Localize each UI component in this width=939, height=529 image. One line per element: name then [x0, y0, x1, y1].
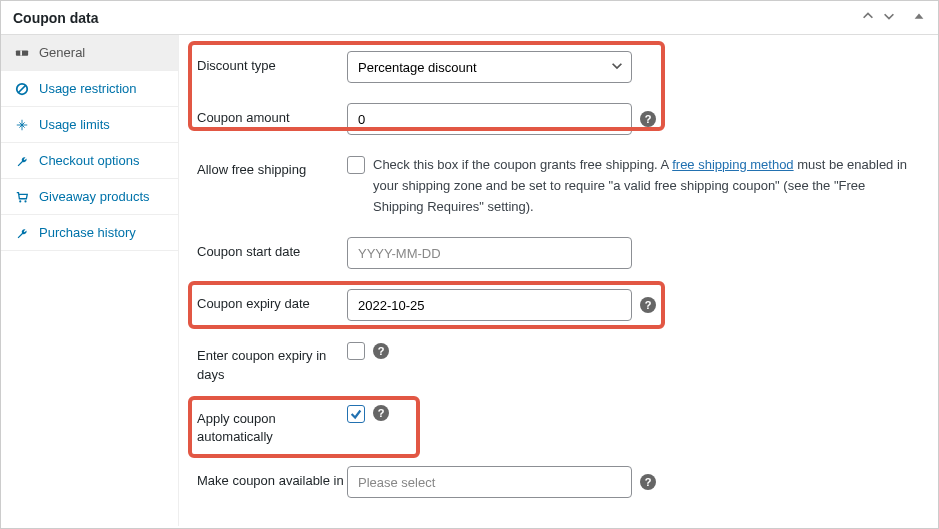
svg-point-5 [24, 200, 26, 202]
discount-type-select[interactable] [347, 51, 632, 83]
expiry-date-input[interactable] [347, 289, 632, 321]
wrench-icon [15, 154, 29, 168]
panel-header: Coupon data [1, 1, 938, 35]
coupon-amount-input[interactable] [347, 103, 632, 135]
expiry-date-label: Coupon expiry date [197, 289, 347, 313]
panel-header-controls [857, 9, 926, 26]
free-shipping-method-link[interactable]: free shipping method [672, 157, 793, 172]
auto-apply-checkbox[interactable] [347, 405, 365, 423]
expiry-days-checkbox[interactable] [347, 342, 365, 360]
sliders-icon [15, 118, 29, 132]
expiry-days-label: Enter coupon expiry in days [197, 341, 347, 383]
move-down-icon[interactable] [882, 9, 896, 23]
collapse-icon[interactable] [912, 9, 926, 23]
row-expiry-days: Enter coupon expiry in days ? [197, 341, 918, 383]
sidebar-item-label: General [39, 45, 85, 60]
row-free-shipping: Allow free shipping Check this box if th… [197, 155, 918, 217]
free-shipping-checkbox[interactable] [347, 156, 365, 174]
help-icon[interactable]: ? [640, 111, 656, 127]
move-up-icon[interactable] [861, 9, 875, 23]
svg-line-3 [19, 85, 26, 92]
sidebar-item-label: Checkout options [39, 153, 139, 168]
row-auto-apply: Apply coupon automatically ? [197, 404, 918, 446]
help-icon[interactable]: ? [373, 343, 389, 359]
row-start-date: Coupon start date [197, 237, 918, 269]
panel-title: Coupon data [13, 10, 99, 26]
cart-icon [15, 190, 29, 204]
row-coupon-amount: Coupon amount ? [197, 103, 918, 135]
sidebar-item-label: Giveaway products [39, 189, 150, 204]
sidebar-item-purchase-history[interactable]: Purchase history [1, 215, 178, 251]
auto-apply-label: Apply coupon automatically [197, 404, 347, 446]
sidebar-item-label: Usage limits [39, 117, 110, 132]
content-area: Discount type Coupon amount ? Allow free… [179, 35, 938, 526]
ban-icon [15, 82, 29, 96]
sidebar-item-label: Usage restriction [39, 81, 137, 96]
help-icon[interactable]: ? [373, 405, 389, 421]
row-discount-type: Discount type [197, 51, 918, 83]
sidebar-item-usage-restriction[interactable]: Usage restriction [1, 71, 178, 107]
start-date-label: Coupon start date [197, 237, 347, 261]
sidebar-item-label: Purchase history [39, 225, 136, 240]
row-available-in: Make coupon available in ? [197, 466, 918, 498]
coupon-amount-label: Coupon amount [197, 103, 347, 127]
free-shipping-label: Allow free shipping [197, 155, 347, 179]
sidebar-item-checkout-options[interactable]: Checkout options [1, 143, 178, 179]
help-icon[interactable]: ? [640, 474, 656, 490]
sidebar-item-usage-limits[interactable]: Usage limits [1, 107, 178, 143]
svg-rect-1 [20, 50, 22, 55]
sidebar-item-general[interactable]: General [1, 35, 178, 71]
start-date-input[interactable] [347, 237, 632, 269]
svg-point-4 [19, 200, 21, 202]
available-in-select[interactable] [347, 466, 632, 498]
help-icon[interactable]: ? [640, 297, 656, 313]
wrench-icon [15, 226, 29, 240]
sidebar-item-giveaway-products[interactable]: Giveaway products [1, 179, 178, 215]
panel-body: General Usage restriction Usage limits C… [1, 35, 938, 526]
free-shipping-description: Check this box if the coupon grants free… [373, 155, 913, 217]
row-expiry-date: Coupon expiry date ? [197, 289, 918, 321]
sidebar: General Usage restriction Usage limits C… [1, 35, 179, 526]
discount-type-label: Discount type [197, 51, 347, 75]
ticket-icon [15, 46, 29, 60]
available-in-label: Make coupon available in [197, 466, 347, 490]
